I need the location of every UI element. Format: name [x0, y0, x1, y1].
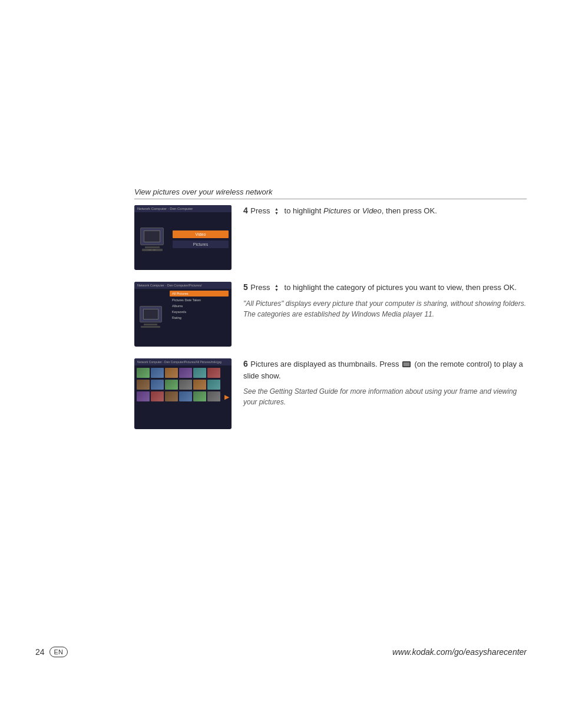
step-5-main-text: to highlight the category of pictures yo…	[285, 283, 517, 292]
screen2-right: All Pictures Pictures Date Taken Albums …	[167, 289, 232, 344]
thumb-13	[137, 391, 150, 401]
screen2-left	[134, 289, 167, 344]
step-4-row: Network Computer - Den Computer	[134, 205, 527, 270]
step-6-note: See the Getting Started Guide for more i…	[243, 386, 527, 407]
thumb-4	[179, 368, 192, 378]
nav-arrow-right: ▶	[224, 393, 229, 400]
step-5-note: "All Pictures" displays every picture th…	[243, 298, 527, 319]
screen-3: Network Computer - Den Computer/Pictures…	[134, 358, 232, 429]
screen1-right: Video Pictures	[170, 212, 232, 266]
menu-video: Video	[173, 230, 229, 238]
step-4-or: or	[351, 206, 362, 215]
step-4-number: 4	[243, 206, 248, 215]
thumb-2	[151, 368, 164, 378]
slideshow-icon	[402, 361, 411, 367]
thumb-17	[193, 391, 206, 401]
page-number-text: 24	[35, 647, 45, 657]
screen-1: Network Computer - Den Computer	[134, 205, 232, 270]
step-4-text-before: to highlight	[285, 206, 324, 215]
thumb-10	[179, 380, 192, 390]
section-heading: View pictures over your wireless network	[134, 187, 527, 199]
page-number-area: 24 EN	[35, 647, 68, 657]
thumb-12	[207, 380, 220, 390]
thumb-6	[207, 368, 220, 378]
step-5-press: Press	[250, 283, 272, 292]
section-title: View pictures over your wireless network	[134, 187, 527, 199]
updown-arrow-5	[273, 284, 280, 292]
screen3-header: Network Computer - Den Computer/Pictures…	[134, 358, 232, 365]
step-5-content: 5 Press to highlight the category of pic…	[243, 282, 527, 319]
thumb-3	[165, 368, 178, 378]
step-6-content: 6 Pictures are displayed as thumbnails. …	[243, 358, 527, 407]
thumb-1	[137, 368, 150, 378]
screen1-left	[134, 212, 170, 266]
thumb-row-1	[137, 368, 229, 378]
step-4-pictures: Pictures	[323, 206, 351, 215]
menu-date-taken: Pictures Date Taken	[170, 298, 229, 302]
menu-pictures: Pictures	[173, 241, 229, 248]
thumb-row-2	[137, 380, 229, 390]
step-6-main: Pictures are displayed as thumbnails. Pr…	[250, 360, 401, 368]
screen-2: Network Computer - Den Computer/Pictures…	[134, 282, 232, 347]
page-footer: 24 EN www.kodak.com/go/easysharecenter	[35, 647, 527, 657]
thumb-8	[151, 380, 164, 390]
en-badge: EN	[49, 647, 68, 657]
step-4-video: Video	[362, 206, 382, 215]
step-5-number: 5	[243, 282, 248, 292]
screen1-body: Video Pictures	[134, 212, 232, 266]
step-6-row: Network Computer - Den Computer/Pictures…	[134, 358, 527, 429]
updown-arrow-4	[273, 207, 280, 215]
screen2-header: Network Computer - Den Computer/Pictures…	[134, 282, 232, 289]
step-6-number: 6	[243, 359, 248, 368]
thumb-16	[179, 391, 192, 401]
thumb-18	[207, 391, 220, 401]
thumb-11	[193, 380, 206, 390]
thumb-9	[165, 380, 178, 390]
screen2-body: All Pictures Pictures Date Taken Albums …	[134, 289, 232, 344]
menu-rating: Rating	[170, 315, 229, 320]
menu-albums: Albums	[170, 304, 229, 308]
thumb-14	[151, 391, 164, 401]
page: View pictures over your wireless network…	[0, 0, 562, 728]
menu-keywords: Keywords	[170, 309, 229, 314]
step-4-content: 4 Press to highlight Pictures or Video, …	[243, 205, 527, 217]
screen3-body: ▶	[134, 365, 232, 428]
thumb-5	[193, 368, 206, 378]
thumb-row-3: ▶	[137, 391, 229, 401]
step-4-then: , then press OK.	[382, 206, 437, 215]
thumb-7	[137, 380, 150, 390]
screen1-header: Network Computer - Den Computer	[134, 205, 232, 212]
step-4-press: Press	[250, 206, 272, 215]
menu-all-pictures: All Pictures	[170, 291, 229, 297]
thumb-15	[165, 391, 178, 401]
content-area: Network Computer - Den Computer	[134, 205, 527, 441]
website-url: www.kodak.com/go/easysharecenter	[392, 647, 527, 657]
step-5-row: Network Computer - Den Computer/Pictures…	[134, 282, 527, 347]
